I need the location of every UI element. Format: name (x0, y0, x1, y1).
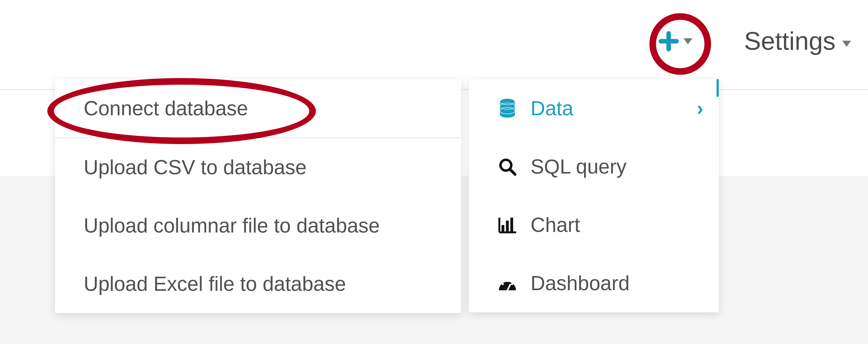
submenu-item-label: Connect database (84, 97, 446, 120)
menu-item-data[interactable]: Data › (469, 79, 719, 137)
menu-item-label: Data (530, 97, 697, 120)
add-new-button[interactable] (658, 31, 692, 52)
plus-icon (658, 31, 679, 52)
svg-rect-8 (501, 225, 504, 232)
svg-rect-9 (506, 220, 509, 232)
menu-item-label: SQL query (530, 155, 703, 178)
submenu-item-upload-csv[interactable]: Upload CSV to database (55, 138, 461, 197)
menu-item-chart[interactable]: Chart (469, 196, 719, 254)
data-submenu: Connect database Upload CSV to database … (55, 79, 461, 313)
chart-icon (496, 216, 519, 234)
add-menu: Data › SQL query Chart (469, 79, 719, 312)
settings-label: Settings (744, 26, 836, 56)
top-nav: Settings (0, 0, 868, 90)
svg-line-5 (510, 169, 515, 174)
dashboard-icon (496, 275, 519, 292)
chevron-right-icon: › (697, 97, 703, 119)
svg-rect-10 (510, 217, 513, 232)
submenu-item-label: Upload Excel file to database (84, 272, 446, 296)
menu-item-dashboard[interactable]: Dashboard (469, 254, 719, 312)
submenu-item-connect-database[interactable]: Connect database (55, 79, 461, 138)
caret-down-icon (684, 38, 692, 44)
settings-button[interactable]: Settings (744, 26, 851, 56)
submenu-item-upload-excel[interactable]: Upload Excel file to database (55, 255, 461, 313)
submenu-item-upload-columnar[interactable]: Upload columnar file to database (55, 197, 461, 255)
svg-point-12 (506, 280, 508, 282)
caret-down-icon (842, 41, 851, 47)
submenu-item-label: Upload CSV to database (84, 156, 446, 179)
search-icon (496, 158, 519, 176)
menu-item-label: Chart (530, 213, 703, 236)
svg-point-13 (511, 283, 513, 285)
submenu-item-label: Upload columnar file to database (84, 214, 446, 237)
svg-point-11 (502, 283, 504, 285)
menu-item-label: Dashboard (530, 272, 703, 295)
menu-item-sql-query[interactable]: SQL query (469, 137, 719, 196)
database-icon (496, 98, 519, 119)
